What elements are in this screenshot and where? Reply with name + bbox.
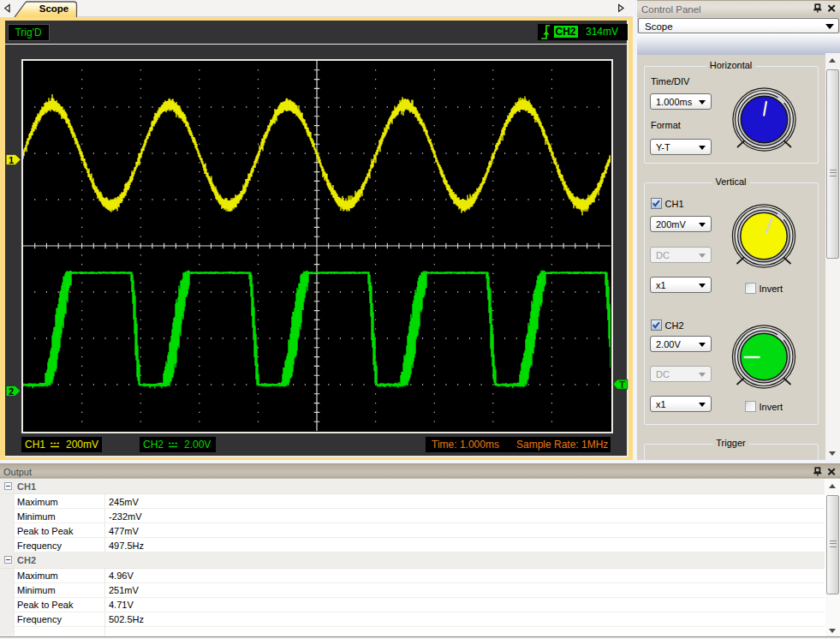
svg-text:2: 2: [9, 386, 14, 397]
svg-text:T: T: [619, 379, 625, 390]
svg-text:1: 1: [9, 155, 14, 165]
